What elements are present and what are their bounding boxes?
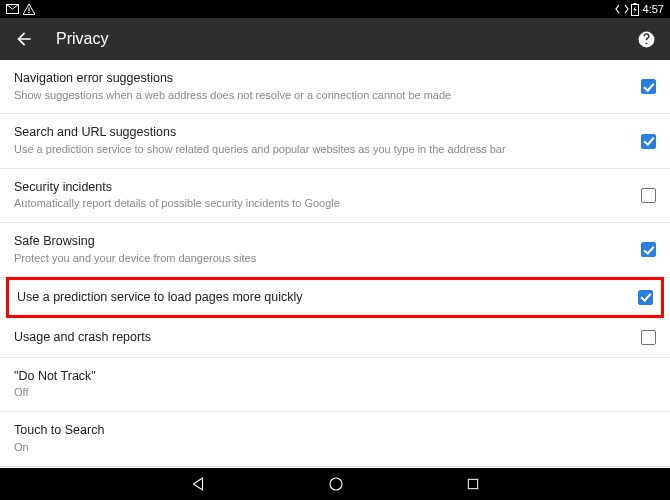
setting-item-usage-crash[interactable]: Usage and crash reports (0, 319, 670, 358)
back-button[interactable] (14, 29, 34, 49)
setting-desc: Protect you and your device from dangero… (14, 252, 631, 266)
setting-text: Touch to SearchOn (14, 423, 656, 454)
circle-home-icon (327, 475, 345, 493)
setting-title: Security incidents (14, 180, 631, 196)
settings-list: Navigation error suggestionsShow suggest… (0, 60, 670, 500)
setting-item-dnt[interactable]: "Do Not Track"Off (0, 358, 670, 412)
nav-home-button[interactable] (327, 475, 345, 493)
setting-item-touch-search[interactable]: Touch to SearchOn (0, 412, 670, 466)
setting-item-safe-browsing[interactable]: Safe BrowsingProtect you and your device… (0, 223, 670, 277)
setting-title: Navigation error suggestions (14, 71, 631, 87)
arrow-back-icon (14, 29, 34, 49)
checkbox-usage-crash[interactable] (641, 330, 656, 345)
highlight-box: Use a prediction service to load pages m… (6, 277, 664, 319)
nav-recent-button[interactable] (465, 476, 481, 492)
setting-desc: Off (14, 386, 656, 400)
status-code-icon (615, 4, 629, 14)
setting-desc: On (14, 441, 656, 455)
setting-text: Use a prediction service to load pages m… (17, 290, 628, 306)
status-bar: 4:57 (0, 0, 670, 18)
square-recent-icon (465, 476, 481, 492)
setting-title: Safe Browsing (14, 234, 631, 250)
setting-title: Touch to Search (14, 423, 656, 439)
setting-item-prediction[interactable]: Use a prediction service to load pages m… (9, 280, 661, 316)
setting-text: Navigation error suggestionsShow suggest… (14, 71, 631, 102)
setting-title: Use a prediction service to load pages m… (17, 290, 628, 306)
navigation-bar (0, 468, 670, 500)
setting-title: "Do Not Track" (14, 369, 656, 385)
setting-item-nav-error[interactable]: Navigation error suggestionsShow suggest… (0, 60, 670, 114)
checkbox-search-url[interactable] (641, 134, 656, 149)
status-mail-icon (6, 4, 19, 14)
setting-desc: Show suggestions when a web address does… (14, 89, 631, 103)
setting-title: Usage and crash reports (14, 330, 631, 346)
app-header: Privacy (0, 18, 670, 60)
checkbox-nav-error[interactable] (641, 79, 656, 94)
triangle-back-icon (189, 475, 207, 493)
nav-back-button[interactable] (189, 475, 207, 493)
setting-text: Usage and crash reports (14, 330, 631, 346)
checkbox-prediction[interactable] (638, 290, 653, 305)
setting-desc: Use a prediction service to show related… (14, 143, 631, 157)
page-title: Privacy (56, 30, 637, 48)
help-icon (637, 30, 656, 49)
svg-rect-7 (468, 479, 477, 488)
svg-point-6 (330, 478, 342, 490)
svg-rect-1 (28, 7, 29, 11)
setting-text: "Do Not Track"Off (14, 369, 656, 400)
setting-item-search-url[interactable]: Search and URL suggestionsUse a predicti… (0, 114, 670, 168)
help-button[interactable] (637, 30, 656, 49)
checkbox-sec-incidents[interactable] (641, 188, 656, 203)
checkbox-safe-browsing[interactable] (641, 242, 656, 257)
status-battery-icon (631, 3, 639, 16)
status-time: 4:57 (643, 3, 664, 15)
setting-item-sec-incidents[interactable]: Security incidentsAutomatically report d… (0, 169, 670, 223)
svg-rect-2 (28, 12, 29, 13)
setting-title: Search and URL suggestions (14, 125, 631, 141)
setting-text: Security incidentsAutomatically report d… (14, 180, 631, 211)
setting-text: Safe BrowsingProtect you and your device… (14, 234, 631, 265)
setting-desc: Automatically report details of possible… (14, 197, 631, 211)
setting-text: Search and URL suggestionsUse a predicti… (14, 125, 631, 156)
status-warning-icon (23, 4, 35, 15)
